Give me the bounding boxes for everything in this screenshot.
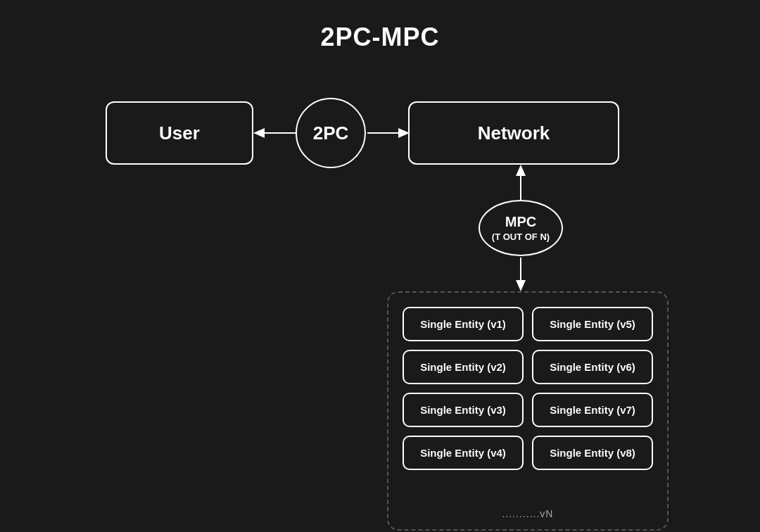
mpc-node: MPC (T OUT OF N) [479,200,563,256]
entity-v8: Single Entity (v8) [532,436,653,470]
entity-v2: Single Entity (v2) [403,350,524,384]
entity-v6: Single Entity (v6) [532,350,653,384]
validators-container: Single Entity (v1) Single Entity (v5) Si… [387,291,669,531]
user-label: User [159,122,200,144]
entity-v1: Single Entity (v1) [403,307,524,341]
entity-v7: Single Entity (v7) [532,393,653,427]
user-node: User [106,101,253,165]
entity-v5: Single Entity (v5) [532,307,653,341]
diagram-container: User 2PC Network MPC (T OUT OF N) Single… [63,59,697,524]
mpc-sublabel: (T OUT OF N) [492,232,550,242]
entity-v3: Single Entity (v3) [403,393,524,427]
network-label: Network [478,122,550,144]
vn-label: ...........vN [502,508,554,519]
network-node: Network [408,101,619,165]
mpc-label: MPC [505,214,536,230]
validators-grid: Single Entity (v1) Single Entity (v5) Si… [388,293,667,484]
entity-v4: Single Entity (v4) [403,436,524,470]
page-title: 2PC-MPC [320,23,439,52]
twopc-label: 2PC [313,122,349,144]
twopc-node: 2PC [296,98,366,168]
